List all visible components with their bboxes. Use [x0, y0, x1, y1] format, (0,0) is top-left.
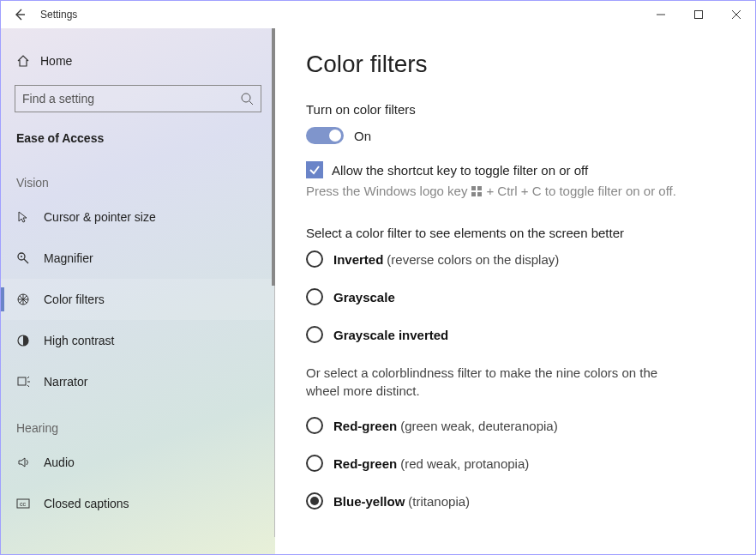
svg-line-10	[24, 259, 28, 263]
radio-button[interactable]	[306, 492, 323, 510]
sidebar-item-cursor-pointer-size[interactable]: Cursor & pointer size	[1, 196, 275, 238]
vision-subheading: Vision	[1, 157, 275, 196]
sidebar-item-color-filters[interactable]: Color filters	[1, 279, 275, 320]
filter-detail: (tritanopia)	[408, 494, 470, 509]
svg-text:cc: cc	[20, 501, 27, 507]
filter-name: Blue-yellow	[333, 494, 405, 509]
svg-rect-2	[695, 11, 703, 19]
filter-name: Grayscale	[333, 290, 395, 305]
filter-name: Grayscale inverted	[333, 328, 448, 342]
toggle-heading: Turn on color filters	[306, 102, 735, 117]
sidebar-item-audio[interactable]: Audio	[1, 442, 275, 483]
shortcut-checkbox-label: Allow the shortcut key to toggle filter …	[332, 163, 588, 178]
radio-button[interactable]	[306, 455, 323, 472]
audio-icon	[16, 455, 44, 469]
filter-option-blue-yellow[interactable]: Blue-yellow(tritanopia)	[306, 492, 735, 510]
filter-detail: (green weak, deuteranopia)	[400, 419, 557, 433]
svg-point-5	[242, 94, 250, 102]
back-button[interactable]	[6, 1, 33, 28]
maximize-button[interactable]	[680, 2, 717, 27]
windows-logo-icon	[471, 185, 483, 197]
svg-rect-23	[471, 186, 476, 190]
sidebar-item-narrator[interactable]: Narrator	[1, 361, 275, 402]
search-input[interactable]	[22, 92, 240, 106]
minimize-button[interactable]	[642, 2, 680, 27]
sidebar-scrollbar-thumb[interactable]	[272, 28, 275, 286]
sidebar-item-label: Narrator	[44, 375, 87, 389]
search-box[interactable]	[15, 85, 261, 112]
contrast-icon	[16, 334, 44, 347]
sidebar-item-high-contrast[interactable]: High contrast	[1, 320, 275, 361]
filter-option-grayscale[interactable]: Grayscale	[306, 288, 735, 305]
filter-name: Inverted	[333, 252, 383, 267]
cursor-icon	[16, 210, 44, 224]
filter-option-grayscale-inverted[interactable]: Grayscale inverted	[306, 326, 735, 343]
shortcut-hint-pre: Press the Windows logo key	[306, 184, 467, 198]
color-filters-toggle[interactable]	[306, 127, 344, 144]
svg-rect-25	[471, 192, 476, 196]
filter-option-inverted[interactable]: Inverted(reverse colors on the display)	[306, 250, 735, 268]
shortcut-hint: Press the Windows logo key + Ctrl + C to…	[306, 184, 735, 198]
check-icon	[309, 164, 321, 176]
cc-icon: cc	[16, 497, 44, 510]
svg-rect-17	[18, 377, 26, 385]
back-arrow-icon	[13, 8, 27, 21]
category-heading: Ease of Access	[1, 123, 275, 157]
colorblind-helper: Or select a colorblindness filter to mak…	[306, 364, 666, 400]
sidebar-item-closed-captions[interactable]: ccClosed captions	[1, 483, 275, 524]
close-icon	[732, 10, 741, 19]
shortcut-hint-post: + Ctrl + C to toggle filter on or off.	[486, 184, 676, 198]
sidebar-item-label: Cursor & pointer size	[44, 210, 156, 224]
sidebar-item-label: Audio	[44, 455, 75, 469]
svg-line-20	[27, 385, 29, 387]
minimize-icon	[657, 10, 665, 19]
sidebar: Home Ease of Access Vision Cursor & poin…	[1, 28, 275, 554]
window-title: Settings	[40, 9, 77, 21]
magnifier-icon	[16, 251, 44, 265]
svg-line-18	[27, 377, 29, 378]
shortcut-checkbox[interactable]	[306, 161, 323, 178]
svg-rect-26	[477, 192, 482, 196]
search-icon	[240, 92, 254, 106]
radio-button[interactable]	[306, 288, 323, 305]
toggle-knob	[329, 130, 341, 142]
home-label: Home	[40, 54, 72, 68]
filter-option-red-green[interactable]: Red-green(red weak, protanopia)	[306, 455, 735, 472]
maximize-icon	[694, 10, 703, 19]
narrator-icon	[16, 375, 44, 389]
toggle-state-label: On	[354, 129, 371, 143]
hearing-subheading: Hearing	[1, 402, 275, 442]
page-title: Color filters	[306, 51, 735, 78]
radio-button[interactable]	[306, 250, 323, 268]
sidebar-item-magnifier[interactable]: Magnifier	[1, 238, 275, 279]
sidebar-item-label: Magnifier	[44, 251, 93, 265]
sidebar-item-label: Closed captions	[44, 497, 129, 510]
filter-option-red-green[interactable]: Red-green(green weak, deuteranopia)	[306, 417, 735, 434]
filter-detail: (reverse colors on the display)	[387, 252, 559, 267]
home-icon	[16, 54, 40, 68]
filter-name: Red-green	[333, 456, 397, 471]
filter-name: Red-green	[333, 419, 397, 433]
svg-rect-24	[477, 186, 482, 190]
sidebar-item-label: Color filters	[44, 293, 105, 306]
svg-line-6	[249, 101, 253, 105]
main-content: Color filters Turn on color filters On A…	[275, 28, 755, 554]
color-filters-icon	[16, 293, 44, 306]
close-button[interactable]	[717, 2, 755, 27]
radio-button[interactable]	[306, 326, 323, 343]
radio-button[interactable]	[306, 417, 323, 434]
sidebar-item-label: High contrast	[44, 334, 114, 347]
select-filter-label: Select a color filter to see elements on…	[306, 226, 735, 240]
filter-detail: (red weak, protanopia)	[400, 456, 529, 471]
home-nav[interactable]: Home	[1, 44, 275, 78]
titlebar: Settings	[1, 1, 755, 28]
